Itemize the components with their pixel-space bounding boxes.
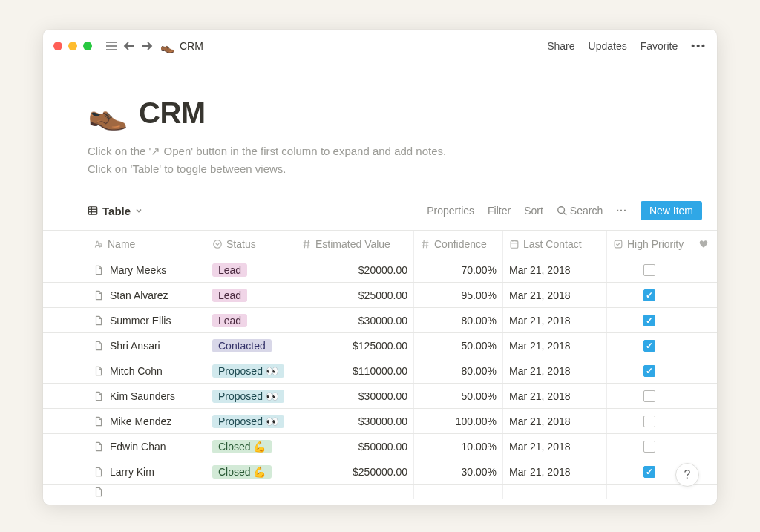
col-name[interactable]: Name <box>88 231 206 257</box>
cell-name[interactable]: Mitch Cohn <box>88 358 206 383</box>
cell-name[interactable]: Summer Ellis <box>88 308 206 332</box>
table-row[interactable]: Larry KimClosed 💪$250000.0030.00%Mar 21,… <box>43 459 717 484</box>
cell-last-contact[interactable]: Mar 21, 2018 <box>503 308 607 332</box>
cell-estimated[interactable]: $20000.00 <box>295 257 414 282</box>
cell-priority[interactable] <box>607 434 692 459</box>
updates-button[interactable]: Updates <box>589 40 627 52</box>
cell-last-contact[interactable]: Mar 21, 2018 <box>503 384 607 408</box>
view-more-icon[interactable]: ··· <box>616 205 627 217</box>
cell-name[interactable]: Edwin Chan <box>88 434 206 459</box>
cell-status[interactable]: Lead <box>206 257 295 282</box>
priority-checkbox[interactable] <box>643 315 655 326</box>
cell-confidence[interactable]: 80.00% <box>414 358 503 383</box>
cell-confidence[interactable]: 100.00% <box>414 409 503 433</box>
cell-estimated[interactable]: $30000.00 <box>295 308 414 332</box>
table-row[interactable]: Kim SaundersProposed 👀$30000.0050.00%Mar… <box>43 383 717 408</box>
search-button[interactable]: Search <box>557 205 603 217</box>
cell-overflow[interactable] <box>692 384 717 408</box>
filter-button[interactable]: Filter <box>488 205 511 217</box>
priority-checkbox[interactable] <box>643 289 655 301</box>
page-title[interactable]: CRM <box>139 96 206 130</box>
cell-overflow[interactable] <box>692 333 717 358</box>
cell-name[interactable]: Mike Mendez <box>88 409 206 433</box>
cell-last-contact[interactable]: Mar 21, 2018 <box>503 333 607 358</box>
table-row[interactable]: Mitch CohnProposed 👀$110000.0080.00%Mar … <box>43 358 717 383</box>
cell-confidence[interactable]: 50.00% <box>414 384 503 408</box>
cell-last-contact[interactable]: Mar 21, 2018 <box>503 409 607 433</box>
table-row[interactable]: Stan AlvarezLead$25000.0095.00%Mar 21, 2… <box>43 282 717 307</box>
share-button[interactable]: Share <box>547 40 574 52</box>
priority-checkbox[interactable] <box>643 466 655 478</box>
cell-status[interactable]: Lead <box>206 308 295 332</box>
cell-last-contact[interactable]: Mar 21, 2018 <box>503 434 607 459</box>
cell-confidence[interactable]: 70.00% <box>414 257 503 282</box>
cell-name[interactable]: Larry Kim <box>88 459 206 484</box>
col-overflow[interactable] <box>692 231 717 257</box>
more-menu-icon[interactable]: ••• <box>691 40 707 52</box>
cell-confidence[interactable]: 80.00% <box>414 308 503 332</box>
cell-overflow[interactable] <box>692 358 717 383</box>
cell-overflow[interactable] <box>692 409 717 433</box>
cell-priority[interactable] <box>607 283 692 307</box>
cell-last-contact[interactable]: Mar 21, 2018 <box>503 283 607 307</box>
cell-overflow[interactable] <box>692 257 717 282</box>
cell-estimated[interactable]: $30000.00 <box>295 409 414 433</box>
properties-button[interactable]: Properties <box>427 205 474 217</box>
cell-last-contact[interactable]: Mar 21, 2018 <box>503 358 607 383</box>
new-item-button[interactable]: New Item <box>641 201 702 220</box>
col-last-contact[interactable]: Last Contact <box>503 231 607 257</box>
cell-status[interactable]: Proposed 👀 <box>206 384 295 408</box>
forward-icon[interactable] <box>138 37 156 55</box>
col-high-priority[interactable]: High Priority <box>607 231 692 257</box>
view-selector[interactable]: Table <box>88 205 142 217</box>
priority-checkbox[interactable] <box>643 365 655 377</box>
page-description[interactable]: Click on the '↗ Open' button in the firs… <box>88 142 717 178</box>
cell-status[interactable]: Proposed 👀 <box>206 358 295 383</box>
cell-name[interactable]: Kim Saunders <box>88 384 206 408</box>
cell-name[interactable]: Stan Alvarez <box>88 283 206 307</box>
cell-priority[interactable] <box>607 333 692 358</box>
table-row[interactable]: Summer EllisLead$30000.0080.00%Mar 21, 2… <box>43 307 717 332</box>
help-button[interactable]: ? <box>675 463 699 487</box>
cell-priority[interactable] <box>607 308 692 332</box>
cell-name[interactable]: Mary Meeks <box>88 257 206 282</box>
cell-overflow[interactable] <box>692 283 717 307</box>
priority-checkbox[interactable] <box>643 340 655 352</box>
cell-overflow[interactable] <box>692 308 717 332</box>
sort-button[interactable]: Sort <box>524 205 543 217</box>
cell-priority[interactable] <box>607 358 692 383</box>
cell-confidence[interactable]: 10.00% <box>414 434 503 459</box>
cell-estimated[interactable]: $50000.00 <box>295 434 414 459</box>
cell-name[interactable]: Shri Ansari <box>88 333 206 358</box>
cell-status[interactable]: Lead <box>206 283 295 307</box>
priority-checkbox[interactable] <box>643 441 655 453</box>
cell-estimated[interactable]: $125000.00 <box>295 333 414 358</box>
zoom-window-button[interactable] <box>83 42 92 50</box>
col-confidence[interactable]: Confidence <box>414 231 503 257</box>
page-icon[interactable]: 👞 <box>88 93 128 132</box>
table-row[interactable]: Mary MeeksLead$20000.0070.00%Mar 21, 201… <box>43 257 717 282</box>
cell-priority[interactable] <box>607 257 692 282</box>
priority-checkbox[interactable] <box>643 416 655 427</box>
table-row[interactable]: Mike MendezProposed 👀$30000.00100.00%Mar… <box>43 408 717 433</box>
cell-estimated[interactable]: $25000.00 <box>295 283 414 307</box>
cell-overflow[interactable] <box>692 434 717 459</box>
cell-confidence[interactable]: 30.00% <box>414 459 503 484</box>
table-row-peek[interactable] <box>43 484 717 499</box>
cell-last-contact[interactable]: Mar 21, 2018 <box>503 459 607 484</box>
back-icon[interactable] <box>120 37 138 55</box>
breadcrumb[interactable]: 👞 CRM <box>160 39 203 53</box>
cell-priority[interactable] <box>607 384 692 408</box>
cell-status[interactable]: Contacted <box>206 333 295 358</box>
cell-priority[interactable] <box>607 409 692 433</box>
favorite-button[interactable]: Favorite <box>641 40 678 52</box>
table-row[interactable]: Edwin ChanClosed 💪$50000.0010.00%Mar 21,… <box>43 433 717 459</box>
cell-confidence[interactable]: 95.00% <box>414 283 503 307</box>
cell-estimated[interactable]: $250000.00 <box>295 459 414 484</box>
priority-checkbox[interactable] <box>643 264 655 276</box>
col-estimated[interactable]: Estimated Value <box>295 231 414 257</box>
cell-last-contact[interactable]: Mar 21, 2018 <box>503 257 607 282</box>
cell-confidence[interactable]: 50.00% <box>414 333 503 358</box>
cell-status[interactable]: Closed 💪 <box>206 459 295 484</box>
col-status[interactable]: Status <box>206 231 295 257</box>
